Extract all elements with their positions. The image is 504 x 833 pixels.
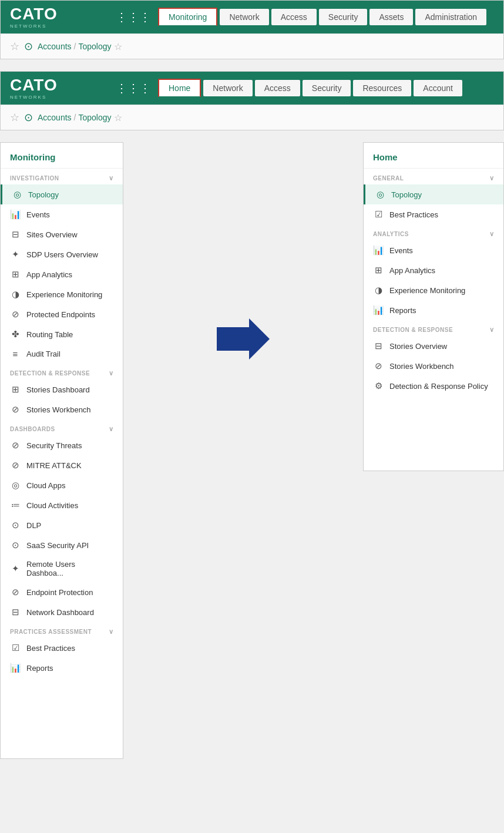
chevron-investigation[interactable] [109, 174, 114, 182]
breadcrumb-sep-2: / [74, 113, 76, 122]
sidebar-item-cloud-activities[interactable]: ≔ Cloud Activities [1, 495, 123, 515]
nav-tab-assets-1[interactable]: Assets [369, 9, 413, 25]
security-threats-icon: ⊘ [10, 440, 21, 451]
star-icon-1[interactable]: ☆ [10, 40, 19, 53]
sidebar-item-stories-workbench-left[interactable]: ⊘ Stories Workbench [1, 399, 123, 419]
chevron-dashboards[interactable] [109, 425, 114, 433]
sidebar-item-topology-right[interactable]: ◎ Topology [364, 184, 503, 204]
chevron-analytics[interactable] [489, 230, 495, 238]
sidebar-item-detection-response-policy[interactable]: ⚙ Detection & Response Policy [364, 376, 503, 396]
sidebar-item-label: Cloud Activities [26, 501, 78, 510]
section-general: GENERAL [364, 169, 503, 184]
sidebar-item-events-right[interactable]: 📊 Events [364, 240, 503, 260]
chevron-general[interactable] [489, 174, 495, 182]
sidebar-item-app-analytics-left[interactable]: ⊞ App Analytics [1, 264, 123, 284]
sidebar-item-saas-security[interactable]: ⊙ SaaS Security API [1, 535, 123, 555]
sidebar-item-sdp-users[interactable]: ✦ SDP Users Overview [1, 244, 123, 264]
nav-tab-network-2[interactable]: Network [203, 80, 252, 96]
section-dashboards: DASHBOARDS [1, 419, 123, 435]
back-icon-1[interactable]: ⊙ [24, 40, 33, 53]
sidebar-item-best-practices-right[interactable]: ☑ Best Practices [364, 204, 503, 224]
nav-tab-access-1[interactable]: Access [271, 9, 317, 25]
best-practices-icon-right: ☑ [373, 209, 384, 220]
cloud-apps-icon: ◎ [10, 480, 21, 491]
events-icon-right: 📊 [373, 245, 384, 256]
sidebar-item-stories-workbench-right[interactable]: ⊘ Stories Workbench [364, 356, 503, 376]
chevron-practices[interactable] [109, 628, 114, 636]
stories-dashboard-icon: ⊞ [10, 384, 21, 395]
star-icon-2[interactable]: ☆ [10, 111, 19, 124]
nav-tab-home[interactable]: Home [158, 79, 201, 98]
sidebar-item-label: Sites Overview [26, 230, 78, 239]
sidebar-item-mitre[interactable]: ⊘ MITRE ATT&CK [1, 455, 123, 475]
breadcrumb-current-2[interactable]: Topology [78, 113, 111, 122]
section-detection-label-right: DETECTION & RESPONSE [373, 327, 453, 333]
sidebar-item-best-practices-left[interactable]: ☑ Best Practices [1, 638, 123, 658]
nav-tab-account-2[interactable]: Account [414, 80, 462, 96]
sidebar-item-reports-right[interactable]: 📊 Reports [364, 300, 503, 320]
sidebar-item-label: Routing Table [26, 330, 73, 339]
section-dashboards-label: DASHBOARDS [10, 426, 55, 432]
app-analytics-icon-left: ⊞ [10, 269, 21, 280]
grid-icon-1[interactable]: ⋮⋮⋮ [116, 10, 151, 24]
sidebar-item-topology-left[interactable]: ◎ Topology [1, 184, 123, 204]
svg-marker-0 [217, 318, 270, 360]
sidebar-item-label: Stories Overview [389, 342, 447, 351]
sidebar-item-protected-endpoints[interactable]: ⊘ Protected Endpoints [1, 304, 123, 324]
reports-icon-right: 📊 [373, 305, 384, 315]
sidebar-item-label: Detection & Response Policy [389, 382, 488, 391]
nav-tab-administration-1[interactable]: Administration [415, 9, 486, 25]
app-analytics-icon-right: ⊞ [373, 265, 384, 276]
protected-icon: ⊘ [10, 309, 21, 320]
sidebar-item-endpoint-protection[interactable]: ⊘ Endpoint Protection [1, 582, 123, 602]
chevron-detection-left[interactable] [109, 370, 114, 377]
breadcrumb-fav-icon-2[interactable]: ☆ [114, 112, 122, 123]
nav-tab-security-1[interactable]: Security [319, 9, 368, 25]
mitre-icon: ⊘ [10, 460, 21, 471]
sidebar-item-remote-users[interactable]: ✦ Remote Users Dashboa... [1, 555, 123, 582]
breadcrumb-accounts-1[interactable]: Accounts [38, 42, 72, 51]
sidebar-item-app-analytics-right[interactable]: ⊞ App Analytics [364, 260, 503, 280]
sidebar-item-label: Experience Monitoring [389, 286, 465, 295]
sidebar-item-stories-dashboard[interactable]: ⊞ Stories Dashboard [1, 379, 123, 399]
nav-tab-resources-2[interactable]: Resources [353, 80, 411, 96]
nav-tab-security-2[interactable]: Security [303, 80, 351, 96]
cloud-activities-icon: ≔ [10, 500, 21, 510]
sidebar-item-security-threats[interactable]: ⊘ Security Threats [1, 435, 123, 455]
chevron-detection-right[interactable] [489, 326, 495, 334]
home-navbar: CATO NETWORKS ⋮⋮⋮ Home Network Access Se… [1, 72, 503, 105]
sites-icon: ⊟ [10, 229, 21, 240]
breadcrumb-fav-icon-1[interactable]: ☆ [114, 41, 122, 52]
remote-users-icon: ✦ [10, 563, 21, 574]
sidebar-item-network-dashboard[interactable]: ⊟ Network Dashboard [1, 602, 123, 622]
sidebar-item-label: Best Practices [26, 644, 75, 653]
nav-tab-network-1[interactable]: Network [220, 9, 268, 25]
comparison-section: Monitoring INVESTIGATION ◎ Topology 📊 Ev… [0, 142, 504, 759]
sidebar-item-experience-monitoring-right[interactable]: ◑ Experience Monitoring [364, 280, 503, 300]
sidebar-item-routing-table[interactable]: ✤ Routing Table [1, 324, 123, 344]
right-sidebar: Home GENERAL ◎ Topology ☑ Best Practices… [363, 142, 504, 471]
breadcrumb-current-1[interactable]: Topology [78, 42, 111, 51]
sidebar-item-experience-monitoring-left[interactable]: ◑ Experience Monitoring [1, 284, 123, 304]
back-icon-2[interactable]: ⊙ [24, 111, 33, 124]
sidebar-item-audit-trail[interactable]: ≡ Audit Trail [1, 344, 123, 364]
sidebar-item-dlp[interactable]: ⊙ DLP [1, 515, 123, 535]
sidebar-item-label: SDP Users Overview [26, 250, 98, 259]
stories-workbench-icon-right: ⊘ [373, 361, 384, 371]
sidebar-item-sites-overview[interactable]: ⊟ Sites Overview [1, 224, 123, 244]
sidebar-item-cloud-apps[interactable]: ◎ Cloud Apps [1, 475, 123, 495]
section-detection-left: DETECTION & RESPONSE [1, 364, 123, 379]
breadcrumb-accounts-2[interactable]: Accounts [38, 113, 72, 122]
grid-icon-2[interactable]: ⋮⋮⋮ [116, 81, 151, 95]
section-analytics: ANALYTICS [364, 224, 503, 240]
stories-workbench-icon-left: ⊘ [10, 404, 21, 415]
logo-sub-1: NETWORKS [10, 23, 58, 29]
sidebar-item-events-left[interactable]: 📊 Events [1, 204, 123, 224]
sidebar-item-label: Protected Endpoints [26, 310, 95, 319]
nav-tab-monitoring[interactable]: Monitoring [158, 8, 217, 26]
sidebar-item-stories-overview[interactable]: ⊟ Stories Overview [364, 336, 503, 356]
section-detection-right: DETECTION & RESPONSE [364, 320, 503, 336]
nav-tab-access-2[interactable]: Access [255, 80, 300, 96]
sidebar-item-reports-left[interactable]: 📊 Reports [1, 658, 123, 678]
sidebar-item-label: Audit Trail [26, 350, 61, 358]
